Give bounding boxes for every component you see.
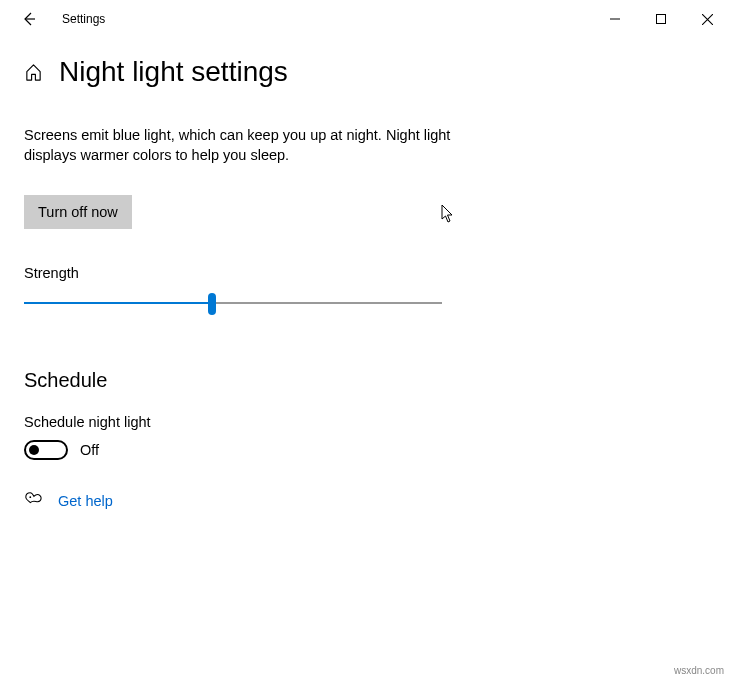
description-text: Screens emit blue light, which can keep … <box>24 126 464 165</box>
minimize-button[interactable] <box>592 3 638 35</box>
slider-track-active <box>24 302 212 304</box>
close-icon <box>702 14 713 25</box>
turn-off-now-button[interactable]: Turn off now <box>24 195 132 229</box>
maximize-icon <box>656 14 666 24</box>
close-button[interactable] <box>684 3 730 35</box>
svg-point-1 <box>29 496 31 498</box>
schedule-toggle-row: Off <box>24 440 706 460</box>
toggle-state-text: Off <box>80 442 99 458</box>
window-controls <box>592 3 730 35</box>
watermark: wsxdn.com <box>674 665 724 676</box>
minimize-icon <box>610 14 620 24</box>
content-area: Night light settings Screens emit blue l… <box>0 38 730 512</box>
help-row: Get help <box>24 490 706 512</box>
svg-rect-0 <box>657 15 666 24</box>
titlebar: Settings <box>0 0 730 38</box>
get-help-link[interactable]: Get help <box>58 493 113 509</box>
back-arrow-icon <box>21 11 37 27</box>
strength-slider[interactable] <box>24 293 442 317</box>
toggle-knob <box>29 445 39 455</box>
schedule-toggle[interactable] <box>24 440 68 460</box>
app-title: Settings <box>62 12 105 26</box>
strength-label: Strength <box>24 265 706 281</box>
home-icon[interactable] <box>24 63 43 82</box>
page-title: Night light settings <box>59 56 288 88</box>
schedule-toggle-label: Schedule night light <box>24 414 706 430</box>
maximize-button[interactable] <box>638 3 684 35</box>
help-icon <box>24 490 42 512</box>
back-button[interactable] <box>14 4 44 34</box>
slider-thumb[interactable] <box>208 293 216 315</box>
page-header: Night light settings <box>24 56 706 88</box>
schedule-heading: Schedule <box>24 369 706 392</box>
